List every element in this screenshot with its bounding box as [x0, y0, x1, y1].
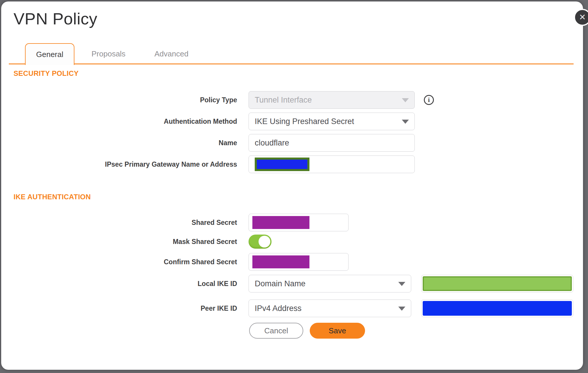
name-label: Name: [1, 139, 237, 147]
row-policy-type: Policy Type Tunnel Interface: [1, 91, 583, 109]
peer-ike-id-value: IPv4 Address: [255, 304, 302, 313]
row-local-ike-id: Local IKE ID Domain Name: [1, 275, 583, 292]
local-ike-id-redacted-value: [423, 276, 572, 291]
shared-secret-input[interactable]: [249, 214, 349, 231]
peer-ike-id-redacted-value: [423, 301, 572, 316]
row-name: Name cloudflare: [1, 134, 583, 152]
gateway-redacted-value: [255, 158, 309, 171]
dialog-actions: Cancel Save: [1, 323, 583, 339]
chevron-down-icon: [398, 307, 405, 311]
info-icon[interactable]: i: [424, 95, 434, 105]
confirm-shared-secret-redacted-value: [252, 255, 309, 268]
row-authentication-method: Authentication Method IKE Using Preshare…: [1, 113, 583, 130]
local-ike-id-value: Domain Name: [255, 279, 306, 288]
policy-type-value: Tunnel Interface: [255, 96, 312, 105]
row-gateway: IPsec Primary Gateway Name or Address: [1, 155, 583, 173]
chevron-down-icon: [402, 120, 409, 124]
tab-proposals[interactable]: Proposals: [91, 49, 126, 58]
name-value: cloudflare: [255, 138, 289, 148]
row-mask-shared-secret: Mask Shared Secret: [1, 234, 583, 249]
row-shared-secret: Shared Secret: [1, 214, 583, 231]
shared-secret-redacted-value: [252, 216, 309, 229]
mask-shared-secret-label: Mask Shared Secret: [1, 238, 237, 246]
name-input[interactable]: cloudflare: [249, 134, 415, 152]
tab-underline: [9, 63, 574, 64]
local-ike-id-value-input[interactable]: [421, 275, 573, 292]
toggle-knob: [259, 236, 270, 247]
local-ike-id-select[interactable]: Domain Name: [249, 275, 411, 292]
policy-type-label: Policy Type: [1, 96, 237, 104]
shared-secret-label: Shared Secret: [1, 219, 237, 227]
gateway-label: IPsec Primary Gateway Name or Address: [1, 160, 237, 168]
save-button[interactable]: Save: [310, 323, 365, 339]
authentication-method-select[interactable]: IKE Using Preshared Secret: [249, 113, 415, 130]
peer-ike-id-select[interactable]: IPv4 Address: [249, 300, 411, 317]
close-icon: ✕: [579, 13, 586, 21]
tab-general-label: General: [36, 50, 64, 59]
row-confirm-shared-secret: Confirm Shared Secret: [1, 253, 583, 271]
chevron-down-icon: [398, 282, 405, 286]
local-ike-id-label: Local IKE ID: [1, 280, 237, 288]
confirm-shared-secret-label: Confirm Shared Secret: [1, 258, 237, 266]
policy-type-select: Tunnel Interface: [249, 91, 415, 109]
section-heading-ike-authentication: IKE AUTHENTICATION: [14, 193, 91, 201]
cancel-button[interactable]: Cancel: [249, 323, 303, 339]
confirm-shared-secret-input[interactable]: [249, 253, 349, 271]
page-background: { "window": { "title": "VPN Policy" }, "…: [0, 0, 588, 373]
peer-ike-id-value-input[interactable]: [421, 300, 573, 317]
chevron-down-icon: [402, 98, 409, 102]
tab-advanced[interactable]: Advanced: [154, 49, 189, 58]
authentication-method-label: Authentication Method: [1, 118, 237, 126]
row-peer-ike-id: Peer IKE ID IPv4 Address: [1, 300, 583, 317]
peer-ike-id-label: Peer IKE ID: [1, 305, 237, 312]
tab-general[interactable]: General: [25, 43, 74, 65]
authentication-method-value: IKE Using Preshared Secret: [255, 117, 354, 126]
tab-bar: General Proposals Advanced: [1, 1, 583, 65]
vpn-policy-dialog: VPN Policy General Proposals Advanced SE…: [1, 1, 583, 370]
mask-shared-secret-toggle[interactable]: [249, 235, 271, 249]
section-heading-security-policy: SECURITY POLICY: [14, 69, 79, 78]
gateway-input[interactable]: [249, 155, 415, 173]
